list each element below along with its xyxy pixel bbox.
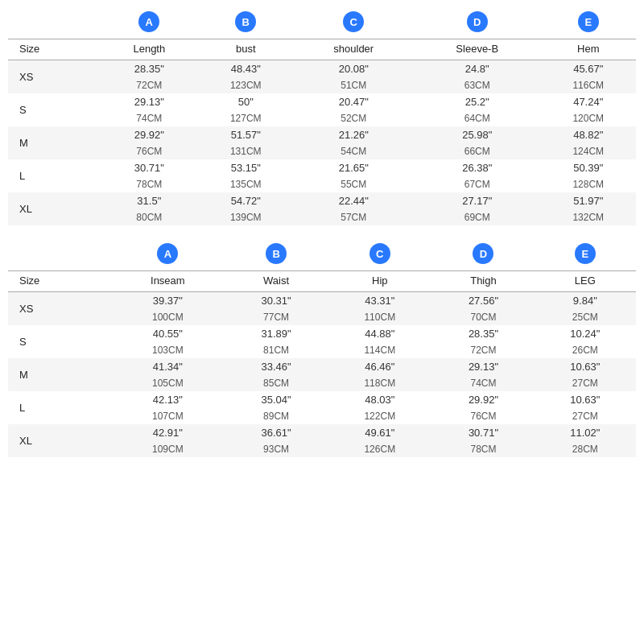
measurement-inch: 29.13" xyxy=(432,358,534,375)
measurement-cm: 105CM xyxy=(110,375,225,391)
measurement-inch: 24.8" xyxy=(414,60,540,78)
table2-section: A B C D E Size Inseam Waist Hip Thigh LE… xyxy=(8,240,636,457)
measurement-cm: 78CM xyxy=(432,441,534,457)
table1: A B C D E Size Length bust shoulder Slee… xyxy=(8,8,636,225)
measurement-inch: 53.15" xyxy=(198,159,293,176)
measurement-inch: 54.72" xyxy=(198,192,293,209)
table2-col-b-badge: B xyxy=(225,240,327,271)
measurement-cm: 55CM xyxy=(294,176,415,192)
measurement-cm: 51CM xyxy=(294,77,415,93)
measurement-cm: 122CM xyxy=(327,408,432,424)
measurement-cm: 85CM xyxy=(225,375,327,391)
table2-size-col-header xyxy=(8,240,110,271)
table1-size-col-header xyxy=(8,8,101,39)
measurement-cm: 135CM xyxy=(198,176,293,192)
table2-col-d-label: Thigh xyxy=(432,271,534,292)
measurement-inch: 51.57" xyxy=(198,126,293,143)
measurement-cm: 76CM xyxy=(101,143,198,159)
measurement-inch: 30.31" xyxy=(225,292,327,310)
size-cell: S xyxy=(8,325,110,358)
table-row: S40.55"31.89"44.88"28.35"10.24" xyxy=(8,325,636,342)
table1-header-labels: Size Length bust shoulder Sleeve-B Hem xyxy=(8,39,636,60)
measurement-inch: 48.43" xyxy=(198,60,293,78)
measurement-inch: 20.47" xyxy=(294,93,415,110)
table1-size-label: Size xyxy=(8,39,101,60)
measurement-cm: 52CM xyxy=(294,110,415,126)
measurement-cm: 74CM xyxy=(101,110,198,126)
size-cell: XS xyxy=(8,292,110,326)
table1-col-e-badge: E xyxy=(540,8,636,39)
size-chart: A B C D E Size Length bust shoulder Slee… xyxy=(0,0,644,473)
measurement-inch: 22.44" xyxy=(294,192,415,209)
table1-col-c-badge: C xyxy=(294,8,415,39)
measurement-inch: 45.67" xyxy=(540,60,636,78)
table2-col-d-badge: D xyxy=(432,240,534,271)
measurement-inch: 44.88" xyxy=(327,325,432,342)
measurement-inch: 30.71" xyxy=(101,159,198,176)
measurement-inch: 31.89" xyxy=(225,325,327,342)
measurement-inch: 28.35" xyxy=(432,325,534,342)
measurement-inch: 47.24" xyxy=(540,93,636,110)
measurement-cm: 63CM xyxy=(414,77,540,93)
measurement-cm: 77CM xyxy=(225,309,327,325)
measurement-inch: 42.13" xyxy=(110,391,225,408)
table1-col-b-badge: B xyxy=(198,8,293,39)
table-row: L30.71"53.15"21.65"26.38"50.39" xyxy=(8,159,636,176)
measurement-cm: 26CM xyxy=(535,342,636,358)
table2-col-c-label: Hip xyxy=(327,271,432,292)
measurement-cm: 72CM xyxy=(432,342,534,358)
measurement-cm: 28CM xyxy=(535,441,636,457)
table2-col-a-badge: A xyxy=(110,240,225,271)
table1-section: A B C D E Size Length bust shoulder Slee… xyxy=(8,8,636,225)
measurement-cm: 123CM xyxy=(198,77,293,93)
size-cell: XS xyxy=(8,60,101,94)
table1-col-a-badge: A xyxy=(101,8,198,39)
measurement-inch: 42.91" xyxy=(110,424,225,441)
measurement-inch: 26.38" xyxy=(414,159,540,176)
measurement-cm: 116CM xyxy=(540,77,636,93)
measurement-cm: 64CM xyxy=(414,110,540,126)
measurement-cm: 66CM xyxy=(414,143,540,159)
measurement-inch: 33.46" xyxy=(225,358,327,375)
size-cell: L xyxy=(8,391,110,424)
table-row-cm: 80CM139CM57CM69CM132CM xyxy=(8,209,636,225)
measurement-inch: 29.92" xyxy=(432,391,534,408)
measurement-inch: 30.71" xyxy=(432,424,534,441)
table2-col-a-label: Inseam xyxy=(110,271,225,292)
measurement-cm: 54CM xyxy=(294,143,415,159)
measurement-inch: 50" xyxy=(198,93,293,110)
measurement-inch: 40.55" xyxy=(110,325,225,342)
size-cell: S xyxy=(8,93,101,126)
measurement-cm: 103CM xyxy=(110,342,225,358)
measurement-inch: 48.82" xyxy=(540,126,636,143)
table-row: M41.34"33.46"46.46"29.13"10.63" xyxy=(8,358,636,375)
measurement-cm: 76CM xyxy=(432,408,534,424)
size-cell: XL xyxy=(8,192,101,225)
size-cell: L xyxy=(8,159,101,192)
table2-col-e-badge: E xyxy=(535,240,636,271)
measurement-inch: 41.34" xyxy=(110,358,225,375)
measurement-inch: 49.61" xyxy=(327,424,432,441)
table1-col-b-label: bust xyxy=(198,39,293,60)
measurement-cm: 57CM xyxy=(294,209,415,225)
measurement-cm: 131CM xyxy=(198,143,293,159)
measurement-cm: 80CM xyxy=(101,209,198,225)
measurement-cm: 74CM xyxy=(432,375,534,391)
measurement-cm: 126CM xyxy=(327,441,432,457)
table-row-cm: 74CM127CM52CM64CM120CM xyxy=(8,110,636,126)
measurement-inch: 50.39" xyxy=(540,159,636,176)
measurement-cm: 110CM xyxy=(327,309,432,325)
measurement-inch: 21.26" xyxy=(294,126,415,143)
measurement-cm: 124CM xyxy=(540,143,636,159)
measurement-inch: 10.63" xyxy=(535,358,636,375)
measurement-cm: 107CM xyxy=(110,408,225,424)
measurement-cm: 25CM xyxy=(535,309,636,325)
measurement-cm: 89CM xyxy=(225,408,327,424)
table-row: L42.13"35.04"48.03"29.92"10.63" xyxy=(8,391,636,408)
measurement-inch: 48.03" xyxy=(327,391,432,408)
measurement-cm: 27CM xyxy=(535,408,636,424)
measurement-inch: 51.97" xyxy=(540,192,636,209)
table-row-cm: 72CM123CM51CM63CM116CM xyxy=(8,77,636,93)
table-row: XS39.37"30.31"43.31"27.56"9.84" xyxy=(8,292,636,310)
measurement-inch: 35.04" xyxy=(225,391,327,408)
